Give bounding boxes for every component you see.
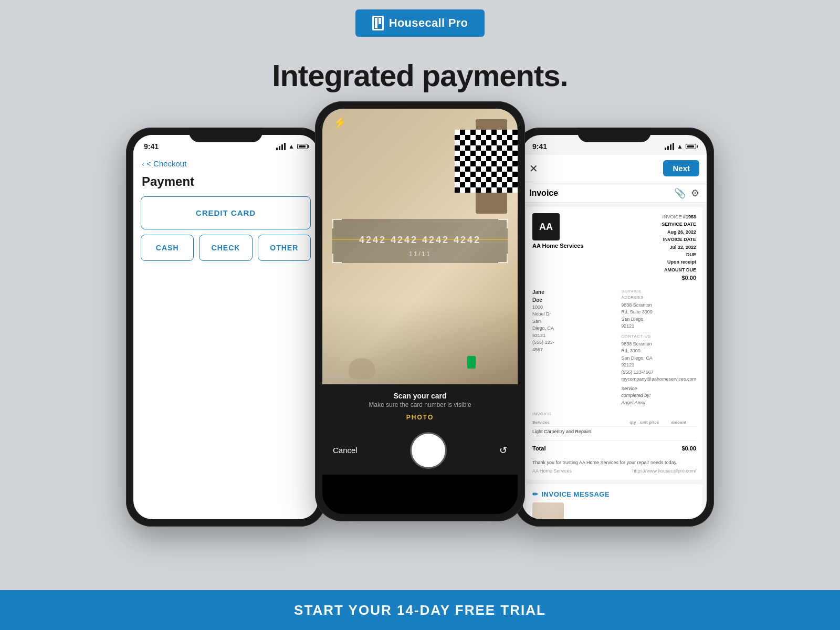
nav-back[interactable]: ‹ < Checkout [133, 155, 318, 172]
contact-addr1: 9838 Scranton Rd, 3000 [621, 341, 657, 355]
invoice-toolbar: Invoice 📎 ⚙ [522, 182, 707, 203]
client-address: Jane Doe 1000 Nobel Dr San Diego, CA 921… [532, 288, 578, 407]
client-addr2: San Diego, CA 92121 [532, 318, 554, 340]
credit-card-button[interactable]: CREDIT CARD [141, 196, 311, 229]
next-button[interactable]: Next [663, 160, 699, 176]
close-button[interactable]: ✕ [529, 162, 538, 175]
service-addr-label: SERVICE ADDRESS [621, 288, 657, 301]
total-row: Total $0.00 [532, 440, 696, 456]
company-logo: AA [532, 213, 560, 240]
card-date-display: 11/11 [338, 250, 503, 258]
green-accent [467, 356, 476, 369]
shutter-button[interactable] [412, 434, 445, 467]
other-button[interactable]: OTHER [258, 235, 311, 261]
logo-icon [372, 16, 384, 30]
flip-camera-icon[interactable]: ↺ [499, 445, 507, 456]
service-addr1: 9838 Scranton Rd, Suite 3000 [621, 302, 657, 316]
col-qty: qty [629, 418, 640, 427]
completed-by: Service completed by: Angel Amor [621, 385, 657, 407]
payment-title: Payment [133, 172, 318, 196]
invoice-message-header: ✏ INVOICE MESSAGE [532, 490, 696, 498]
camera-screen: ⚡ [322, 109, 518, 514]
invoice-section-title: Invoice [529, 188, 558, 198]
cash-button[interactable]: CASH [141, 235, 194, 261]
company-name: AA Home Services [532, 243, 583, 249]
camera-instructions: Scan your card Make sure the card number… [322, 384, 518, 434]
total-label: Total [532, 445, 545, 452]
contact-label: CONTACT US [621, 333, 657, 340]
col-unit-price: unit price [640, 418, 671, 427]
service-item: Light Carpentry and Repairs [532, 427, 629, 437]
client-phone: (555) 123-4567 [532, 339, 554, 353]
toolbar-icons: 📎 ⚙ [674, 187, 699, 199]
svg-rect-1 [379, 18, 381, 24]
amount-due: AMOUNT DUE$0.00 [662, 266, 696, 283]
checkerboard-pattern [455, 130, 518, 193]
settings-icon[interactable]: ⚙ [691, 187, 699, 199]
contact-phone: (555) 123-4567 [621, 369, 657, 376]
svg-rect-0 [375, 18, 377, 28]
back-label[interactable]: < Checkout [146, 159, 186, 168]
phone-notch-3 [578, 128, 651, 142]
invoice-message-label: INVOICE MESSAGE [542, 490, 610, 498]
phone-invoice: 9:41 ▲ ✕ Next [514, 128, 714, 527]
signal-icon-3 [665, 143, 674, 150]
payment-options: CREDIT CARD CASH CHECK OTHER [133, 196, 318, 261]
client-addr1: 1000 Nobel Dr [532, 304, 554, 318]
phone-camera: ⚡ [315, 101, 525, 521]
status-icons-3: ▲ [665, 143, 696, 150]
wifi-icon: ▲ [288, 143, 295, 150]
phone-notch [189, 128, 262, 142]
invoice-screen: 9:41 ▲ ✕ Next [522, 135, 707, 519]
contact-addr2: San Diego, CA 92121 [621, 355, 657, 369]
phones-container: 9:41 ▲ ‹ < Checkout Payment [52, 112, 788, 527]
flash-icon: ⚡ [333, 116, 347, 130]
invoice-footer: AA Home Services https://www.housecallpr… [532, 468, 696, 474]
invoice-header: ✕ Next [522, 155, 707, 182]
invoice-num-label: INVOICE #1953 [662, 213, 696, 220]
invoice-photo-thumbnail [532, 502, 564, 519]
photo-label: PHOTO [333, 414, 507, 421]
camera-controls: Cancel ↺ [322, 434, 518, 475]
card-number-display: 4242 4242 4242 4242 [338, 224, 503, 248]
battery-icon-3 [686, 144, 696, 149]
cancel-button-camera[interactable]: Cancel [333, 446, 358, 455]
invoice-details: INVOICE #1953 SERVICE DATEAug 26, 2022 I… [662, 213, 696, 283]
thank-you-text: Thank you for trusting AA Home Services … [532, 460, 696, 465]
scan-instruction: Scan your card [333, 392, 507, 400]
invoice-body: AA AA Home Services INVOICE #1953 SERVIC… [526, 207, 702, 480]
status-time-3: 9:41 [532, 142, 547, 151]
payment-row: CASH CHECK OTHER [141, 235, 311, 261]
page-headline: Integrated payments. [272, 58, 568, 93]
header-bar: Housecall Pro [355, 9, 485, 37]
col-amount: amount [671, 418, 696, 427]
invoice-label: INVOICE [532, 412, 696, 416]
check-button[interactable]: CHECK [199, 235, 252, 261]
due-info: DUEUpon receipt [662, 251, 696, 266]
client-name: Jane Doe [532, 288, 554, 304]
scan-sub-instruction: Make sure the card number is visible [333, 401, 507, 408]
camera-status: ⚡ [322, 116, 518, 130]
cta-bar[interactable]: START YOUR 14-DAY FREE TRIAL [0, 590, 840, 630]
invoice-message-section: ✏ INVOICE MESSAGE [526, 484, 702, 519]
table-row: Light Carpentry and Repairs [532, 427, 696, 437]
status-icons-1: ▲ [276, 143, 308, 150]
contact-email: mycompany@aahomeservices.com [621, 376, 657, 383]
card-scan-overlay: 4242 4242 4242 4242 11/11 [332, 219, 508, 263]
attachment-icon[interactable]: 📎 [674, 187, 686, 199]
total-value: $0.00 [681, 445, 696, 452]
wifi-icon-3: ▲ [677, 143, 683, 150]
invoice-top: AA AA Home Services INVOICE #1953 SERVIC… [532, 213, 696, 283]
back-chevron: ‹ [142, 159, 144, 168]
col-services: Services [532, 418, 629, 427]
invoice-num: #1953 [683, 214, 696, 219]
service-address: SERVICE ADDRESS 9838 Scranton Rd, Suite … [621, 288, 696, 407]
company-info: AA AA Home Services [532, 213, 583, 283]
payment-screen: 9:41 ▲ ‹ < Checkout Payment [133, 135, 318, 519]
cta-text: START YOUR 14-DAY FREE TRIAL [294, 602, 546, 618]
phone-payment: 9:41 ▲ ‹ < Checkout Payment [126, 128, 326, 527]
service-date: SERVICE DATEAug 26, 2022 [662, 220, 696, 236]
invoice-addresses: Jane Doe 1000 Nobel Dr San Diego, CA 921… [532, 288, 696, 407]
footer-url: https://www.housecallpro.com/ [632, 468, 696, 474]
header-title: Housecall Pro [389, 16, 468, 30]
